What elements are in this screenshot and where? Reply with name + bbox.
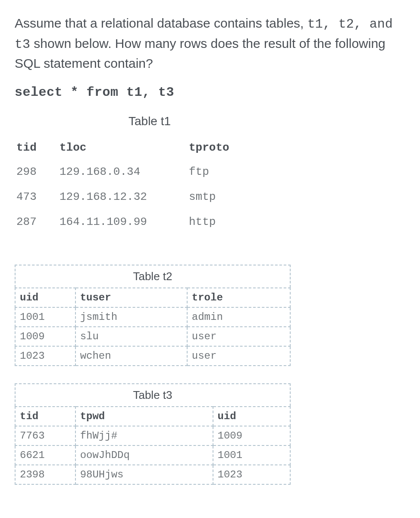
- table-t1: tid tloc tproto 298 129.168.0.34 ftp 473…: [15, 136, 273, 234]
- t1-cell: 164.11.109.99: [58, 209, 187, 234]
- sql-statement: select * from t1, t3: [15, 85, 405, 100]
- t2-cell: wchen: [75, 346, 187, 366]
- table-row: 1001 jsmith admin: [15, 307, 290, 327]
- table-t3: Table t3 tid tpwd uid 7763 fhWjj# 1009 6…: [15, 383, 291, 485]
- t1-caption: Table t1: [15, 114, 405, 128]
- t2-cell: slu: [75, 327, 187, 346]
- t3-header-tid: tid: [15, 407, 75, 426]
- t2-caption: Table t2: [15, 265, 291, 287]
- question-text: Assume that a relational database contai…: [15, 14, 405, 73]
- t2-cell: 1023: [15, 346, 75, 366]
- table-row: 7763 fhWjj# 1009: [15, 426, 290, 445]
- t1-cell: 129.168.0.34: [58, 159, 187, 184]
- t3-caption: Table t3: [15, 383, 291, 406]
- table-header-row: uid tuser trole: [15, 288, 290, 307]
- table-row: 1009 slu user: [15, 327, 290, 346]
- t1-header-tid: tid: [15, 136, 58, 159]
- t1-cell: 298: [15, 159, 58, 184]
- t3-cell: 2398: [15, 465, 75, 484]
- table-row: 6621 oowJhDDq 1001: [15, 445, 290, 465]
- t1-cell: http: [187, 209, 273, 234]
- t2-cell: 1001: [15, 307, 75, 327]
- table-row: 298 129.168.0.34 ftp: [15, 159, 273, 184]
- t3-cell: 1009: [213, 426, 290, 445]
- t2-cell: user: [187, 327, 290, 346]
- t1-header-tproto: tproto: [187, 136, 273, 159]
- t2-cell: jsmith: [75, 307, 187, 327]
- t2-header-tuser: tuser: [75, 288, 187, 307]
- t3-cell: fhWjj#: [75, 426, 213, 445]
- t1-cell: smtp: [187, 184, 273, 209]
- t1-cell: 287: [15, 209, 58, 234]
- t2-cell: user: [187, 346, 290, 366]
- table-row: 473 129.168.12.32 smtp: [15, 184, 273, 209]
- t3-cell: 98UHjws: [75, 465, 213, 484]
- t3-cell: oowJhDDq: [75, 445, 213, 465]
- t1-cell: 473: [15, 184, 58, 209]
- t3-header-tpwd: tpwd: [75, 407, 213, 426]
- t1-cell: 129.168.12.32: [58, 184, 187, 209]
- question-page: Assume that a relational database contai…: [0, 0, 420, 502]
- table-t2: Table t2 uid tuser trole 1001 jsmith adm…: [15, 265, 291, 366]
- t2-header-trole: trole: [187, 288, 290, 307]
- t1-header-tloc: tloc: [58, 136, 187, 159]
- t3-cell: 6621: [15, 445, 75, 465]
- t1-cell: ftp: [187, 159, 273, 184]
- t2-cell: 1009: [15, 327, 75, 346]
- t3-header-uid: uid: [213, 407, 290, 426]
- t3-cell: 1001: [213, 445, 290, 465]
- table-header-row: tid tloc tproto: [15, 136, 273, 159]
- question-part-2: shown below. How many rows does the resu…: [15, 36, 386, 71]
- table-row: 1023 wchen user: [15, 346, 290, 366]
- t2-cell: admin: [187, 307, 290, 327]
- t2-header-uid: uid: [15, 288, 75, 307]
- t3-cell: 7763: [15, 426, 75, 445]
- table-row: 2398 98UHjws 1023: [15, 465, 290, 484]
- table-header-row: tid tpwd uid: [15, 407, 290, 426]
- question-part-1: Assume that a relational database contai…: [15, 16, 307, 30]
- table-row: 287 164.11.109.99 http: [15, 209, 273, 234]
- t3-cell: 1023: [213, 465, 290, 484]
